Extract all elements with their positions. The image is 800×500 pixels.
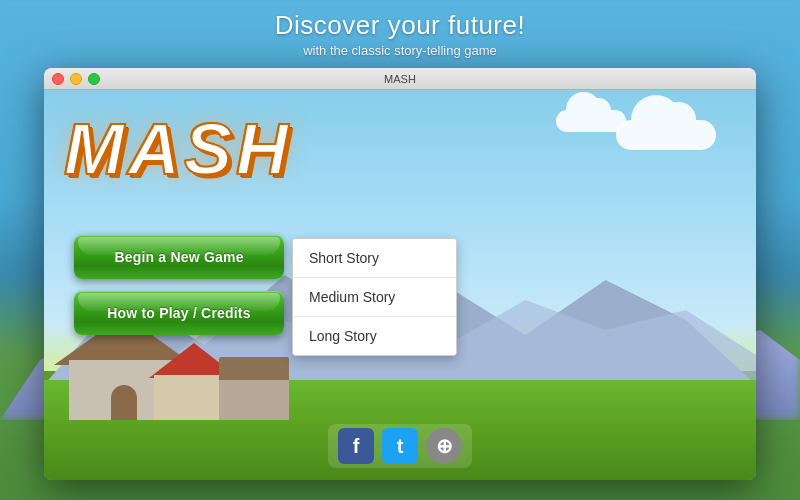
shed-roof [219,357,289,382]
dropdown-item-short-story[interactable]: Short Story [293,239,456,278]
new-game-button[interactable]: Begin a New Game [74,235,284,279]
maximize-button[interactable] [88,73,100,85]
twitter-label: t [397,435,404,458]
close-button[interactable] [52,73,64,85]
header-subtitle: with the classic story-telling game [0,43,800,58]
traffic-lights [52,73,100,85]
minimize-button[interactable] [70,73,82,85]
dropdown-menu: Short Story Medium Story Long Story [292,238,457,356]
cloud-1 [616,120,716,150]
openfeint-label: ⊕ [436,434,453,458]
facebook-label: f [353,435,360,458]
house-big-door [111,385,137,420]
shed-walls [219,380,289,420]
mac-window: MASH [44,68,756,480]
game-area: MASH Begin a New Game How to Play / Cred… [44,90,756,480]
how-to-play-button[interactable]: How to Play / Credits [74,291,284,335]
facebook-icon[interactable]: f [338,428,374,464]
dropdown-item-long-story[interactable]: Long Story [293,317,456,355]
buttons-container: Begin a New Game How to Play / Credits [74,235,284,335]
openfeint-icon[interactable]: ⊕ [426,428,462,464]
mash-title: MASH [64,108,292,190]
shed [219,360,289,420]
cloud-2 [556,110,626,132]
header-title: Discover your future! [0,10,800,41]
title-bar: MASH [44,68,756,90]
twitter-icon[interactable]: t [382,428,418,464]
window-title: MASH [384,73,416,85]
dropdown-item-medium-story[interactable]: Medium Story [293,278,456,317]
social-bar: f t ⊕ [328,424,472,468]
header-area: Discover your future! with the classic s… [0,10,800,58]
